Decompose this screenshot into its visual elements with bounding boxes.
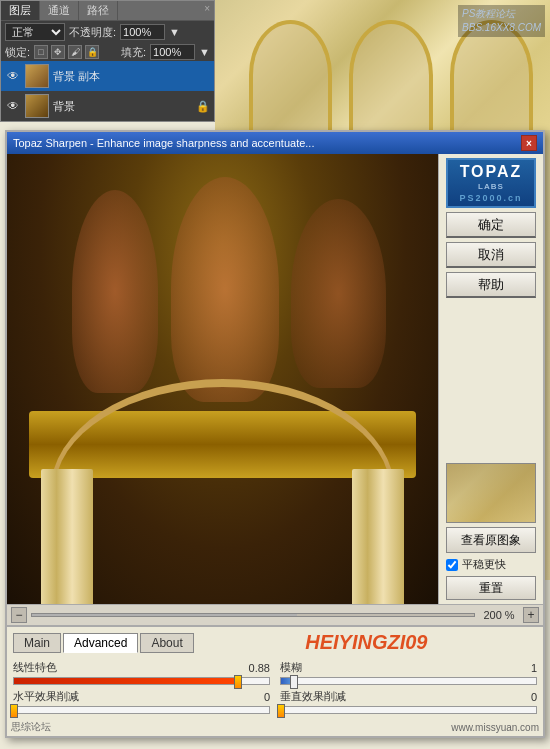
tab-advanced[interactable]: Advanced bbox=[63, 633, 138, 653]
bottom-watermark-bar: 思综论坛 www.missyuan.com bbox=[7, 718, 543, 736]
tab-paths[interactable]: 路径 bbox=[79, 1, 118, 20]
layer-list: 👁 背景 副本 👁 背景 🔒 bbox=[1, 61, 214, 121]
zoom-bar: − 200 % + bbox=[7, 604, 543, 626]
watermark-top-right: PS教程论坛 BBS.16XX8.COM bbox=[458, 5, 545, 37]
fill-input[interactable] bbox=[150, 44, 195, 60]
mural-preview bbox=[7, 154, 438, 604]
watermark-left: 思综论坛 bbox=[11, 720, 51, 734]
opacity-input[interactable] bbox=[120, 24, 165, 40]
right-sidebar: TOPAZ LABS PS2000.cn 确定 取消 帮助 查看原图象 平稳更快… bbox=[438, 154, 543, 604]
param-value-3: 0 bbox=[531, 691, 537, 703]
param-label-row-0: 线性特色 0.88 bbox=[13, 660, 270, 675]
dialog-titlebar: Topaz Sharpen - Enhance image sharpness … bbox=[7, 132, 543, 154]
heiyingzi-label: HEIYINGZI09 bbox=[196, 631, 537, 654]
cancel-button[interactable]: 取消 bbox=[446, 242, 536, 268]
param-value-2: 0 bbox=[264, 691, 270, 703]
layer-eye-copy[interactable]: 👁 bbox=[5, 68, 21, 84]
param-name-1: 模糊 bbox=[280, 660, 302, 675]
param-row-0: 线性特色 0.88 bbox=[13, 660, 270, 685]
params-grid: 线性特色 0.88 模糊 1 bbox=[13, 660, 537, 714]
topaz-dialog: Topaz Sharpen - Enhance image sharpness … bbox=[5, 130, 545, 738]
param-slider-1[interactable] bbox=[280, 677, 537, 685]
smooth-faster-checkbox[interactable] bbox=[446, 559, 458, 571]
tab-channels[interactable]: 通道 bbox=[40, 1, 79, 20]
tabs-row: Main Advanced About HEIYINGZI09 bbox=[13, 631, 537, 654]
tab-main[interactable]: Main bbox=[13, 633, 61, 653]
param-slider-3[interactable] bbox=[280, 706, 537, 714]
opacity-label: 不透明度: bbox=[69, 25, 116, 40]
layer-thumb-copy bbox=[25, 64, 49, 88]
zoom-slider[interactable] bbox=[31, 613, 475, 617]
smooth-faster-row: 平稳更快 bbox=[446, 557, 536, 572]
reset-button[interactable]: 重置 bbox=[446, 576, 536, 600]
smooth-faster-label: 平稳更快 bbox=[462, 557, 506, 572]
param-thumb-1 bbox=[290, 675, 298, 689]
layer-row-bg[interactable]: 👁 背景 🔒 bbox=[1, 91, 214, 121]
tab-about[interactable]: About bbox=[140, 633, 193, 653]
param-thumb-2 bbox=[10, 704, 18, 718]
param-name-0: 线性特色 bbox=[13, 660, 57, 675]
layer-thumb-bg bbox=[25, 94, 49, 118]
param-slider-2[interactable] bbox=[13, 706, 270, 714]
zoom-value-label: 200 % bbox=[479, 609, 519, 621]
mural-column-right bbox=[352, 469, 404, 604]
lock-checkbox[interactable]: □ bbox=[34, 45, 48, 59]
lock-paint[interactable]: 🖌 bbox=[68, 45, 82, 59]
dialog-title: Topaz Sharpen - Enhance image sharpness … bbox=[13, 137, 521, 149]
sidebar-preview-thumbnail bbox=[446, 463, 536, 523]
mural-arch bbox=[50, 379, 395, 604]
layer-eye-bg[interactable]: 👁 bbox=[5, 98, 21, 114]
zoom-out-button[interactable]: − bbox=[11, 607, 27, 623]
topaz-logo: TOPAZ LABS PS2000.cn bbox=[446, 158, 536, 208]
lock-row: 锁定: □ ✥ 🖌 🔒 填充: ▼ bbox=[1, 43, 214, 61]
view-original-button[interactable]: 查看原图象 bbox=[446, 527, 536, 553]
topaz-labs-text: LABS bbox=[478, 182, 504, 191]
fill-label: 填充: bbox=[121, 45, 146, 60]
param-thumb-3 bbox=[277, 704, 285, 718]
param-row-2: 水平效果削减 0 bbox=[13, 689, 270, 714]
param-fill-0 bbox=[14, 678, 238, 684]
layer-lock-icon: 🔒 bbox=[196, 100, 210, 113]
mural-column-left bbox=[41, 469, 93, 604]
opacity-chevron[interactable]: ▼ bbox=[169, 26, 180, 38]
figure-1 bbox=[72, 190, 158, 393]
dialog-close-button[interactable]: × bbox=[521, 135, 537, 151]
param-label-row-3: 垂直效果削减 0 bbox=[280, 689, 537, 704]
lock-icons: □ ✥ 🖌 🔒 bbox=[34, 45, 99, 59]
blend-mode-select[interactable]: 正常 bbox=[5, 23, 65, 41]
lock-label: 锁定: bbox=[5, 45, 30, 60]
ps-tabs: 图层 通道 路径 × bbox=[1, 1, 214, 21]
layer-name-bg: 背景 bbox=[53, 99, 192, 114]
param-label-row-1: 模糊 1 bbox=[280, 660, 537, 675]
lock-all[interactable]: 🔒 bbox=[85, 45, 99, 59]
blend-mode-row: 正常 不透明度: ▼ bbox=[1, 21, 214, 43]
param-name-2: 水平效果削减 bbox=[13, 689, 79, 704]
figure-3 bbox=[291, 199, 386, 388]
watermark-right: www.missyuan.com bbox=[451, 722, 539, 733]
zoom-in-button[interactable]: + bbox=[523, 607, 539, 623]
figure-2 bbox=[171, 177, 279, 402]
param-row-1: 模糊 1 bbox=[280, 660, 537, 685]
param-value-0: 0.88 bbox=[249, 662, 270, 674]
preview-area[interactable] bbox=[7, 154, 438, 604]
sidebar-preview-inner bbox=[447, 464, 535, 522]
dialog-body: TOPAZ LABS PS2000.cn 确定 取消 帮助 查看原图象 平稳更快… bbox=[7, 154, 543, 604]
tab-layers[interactable]: 图层 bbox=[1, 1, 40, 20]
help-button[interactable]: 帮助 bbox=[446, 272, 536, 298]
layer-row-copy[interactable]: 👁 背景 副本 bbox=[1, 61, 214, 91]
param-label-row-2: 水平效果削减 0 bbox=[13, 689, 270, 704]
bottom-panel: Main Advanced About HEIYINGZI09 线性特色 0.8… bbox=[7, 626, 543, 718]
fill-chevron[interactable]: ▼ bbox=[199, 46, 210, 58]
param-slider-0[interactable] bbox=[13, 677, 270, 685]
topaz-logo-text: TOPAZ bbox=[460, 163, 523, 181]
confirm-button[interactable]: 确定 bbox=[446, 212, 536, 238]
param-thumb-0 bbox=[234, 675, 242, 689]
topaz-ps-label: PS2000.cn bbox=[459, 193, 522, 203]
param-name-3: 垂直效果削减 bbox=[280, 689, 346, 704]
layer-name-copy: 背景 副本 bbox=[53, 69, 210, 84]
arch-1 bbox=[249, 20, 333, 131]
panel-close[interactable]: × bbox=[200, 1, 214, 20]
param-value-1: 1 bbox=[531, 662, 537, 674]
lock-move[interactable]: ✥ bbox=[51, 45, 65, 59]
param-row-3: 垂直效果削减 0 bbox=[280, 689, 537, 714]
